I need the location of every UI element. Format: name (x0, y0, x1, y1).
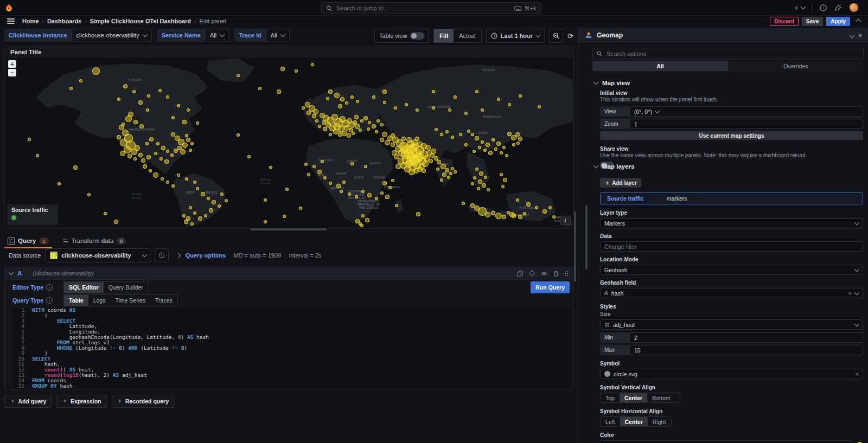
query-footer: ＋Add query ＋Expression ＋Recorded query (4, 395, 179, 408)
variable-value-dropdown[interactable]: All (205, 29, 229, 42)
global-search[interactable]: ⌘+k (321, 2, 541, 14)
use-current-map-settings-button[interactable]: Use current map settings (600, 131, 863, 140)
map-marker (503, 178, 507, 182)
zoom-out-time-button[interactable] (549, 29, 563, 43)
location-mode-select[interactable]: Geohash (600, 265, 863, 275)
toggle-switch[interactable] (410, 32, 424, 40)
add-layer-button[interactable]: ＋Add layer (600, 178, 641, 188)
clear-icon[interactable]: × (848, 290, 852, 297)
query-header[interactable]: A (clickhouse-observability) (5, 267, 573, 280)
recorded-query-button[interactable]: ＋Recorded query (112, 395, 174, 408)
grafana-logo[interactable] (4, 3, 14, 12)
query-builder-option[interactable]: Query Builder (104, 282, 148, 293)
valign-center-option[interactable]: Center (620, 393, 647, 402)
avatar[interactable] (850, 3, 858, 12)
zoom-in-button[interactable]: + (8, 60, 16, 68)
tab-overrides[interactable]: Overrides (728, 61, 864, 71)
tab-all[interactable]: All (592, 61, 728, 71)
query-type-group: Table Logs Time Series Traces (63, 294, 178, 306)
section-map-layers[interactable]: Map layers (594, 163, 634, 170)
legend-title: Source traffic (11, 207, 54, 213)
tab-transform-data[interactable]: Transform data 0 (60, 234, 130, 247)
datasource-help-button[interactable] (155, 248, 169, 262)
time-range-picker[interactable]: Last 1 hour (486, 29, 545, 43)
menu-icon[interactable] (7, 17, 15, 25)
panel-title[interactable]: Panel Title (5, 46, 574, 58)
size-field-select[interactable]: adj_heat (600, 319, 863, 330)
map-marker (500, 151, 503, 155)
options-search-input[interactable] (605, 50, 859, 57)
expression-button[interactable]: ＋Expression (56, 395, 106, 408)
news-icon[interactable] (834, 4, 841, 11)
breadcrumb-dashboard-title[interactable]: Simple ClickHouse OTel Dashboard (90, 18, 191, 24)
refresh-icon[interactable]: ⟳ (567, 32, 573, 40)
map-marker (166, 95, 169, 99)
map-canvas[interactable]: RUSSIACANADAUNITED STATESKAZAKHSTANMONGO… (5, 58, 573, 227)
zoom-input[interactable]: 1 (630, 119, 863, 129)
geomap-panel[interactable]: Panel Title (4, 46, 575, 229)
halign-right-option[interactable]: Right (648, 417, 671, 426)
help-icon[interactable]: ! (820, 4, 827, 11)
trash-icon[interactable] (553, 271, 559, 277)
layer-type-select[interactable]: Markers (600, 218, 863, 228)
symbol-select[interactable]: circle.svg × (600, 369, 863, 379)
valign-top-option[interactable]: Top (601, 393, 620, 402)
map-marker (508, 103, 511, 106)
add-query-button[interactable]: ＋Add query (4, 395, 52, 408)
halign-center-option[interactable]: Center (620, 417, 648, 426)
data-filter-select[interactable]: Change filter (600, 241, 863, 252)
actual-option[interactable]: Actual (454, 29, 481, 42)
save-button[interactable]: Save (802, 17, 823, 26)
map-attribution-info-button[interactable]: i (560, 216, 571, 225)
query-options-toggle[interactable]: Query options (186, 252, 226, 259)
datasource-picker[interactable]: clickhouse-observability (45, 248, 151, 262)
run-query-button[interactable]: Run Query (531, 281, 570, 293)
map-marker (416, 108, 419, 112)
map-marker (354, 115, 359, 119)
collapse-up-icon[interactable] (857, 17, 860, 25)
new-button[interactable]: ＋ (793, 3, 805, 12)
fill-option[interactable]: Fill (434, 29, 454, 42)
halign-left-option[interactable]: Left (601, 417, 620, 426)
drag-handle-icon[interactable] (565, 271, 569, 277)
scrollbar-thumb[interactable] (574, 211, 576, 282)
variable-value-dropdown[interactable]: All (266, 29, 290, 42)
section-map-view[interactable]: Map view (594, 80, 630, 86)
history-icon[interactable] (529, 271, 535, 277)
max-input[interactable]: 15 (630, 345, 863, 355)
tab-query[interactable]: Query 1 (4, 234, 52, 247)
breadcrumb-dashboards[interactable]: Dashboards (47, 18, 82, 24)
geohash-field-select[interactable]: A hash × (600, 288, 863, 298)
map-marker (395, 204, 398, 207)
discard-button[interactable]: Discard (770, 17, 799, 26)
table-option[interactable]: Table (64, 295, 88, 306)
time-series-option[interactable]: Time Series (110, 295, 150, 306)
info-icon[interactable]: i (46, 297, 53, 304)
variable-value-dropdown[interactable]: clickhouse-observability (72, 29, 152, 42)
chevron-right-icon[interactable] (176, 252, 180, 259)
visualization-picker[interactable]: Geomap » (578, 28, 868, 42)
layer-type-label: Layer type (600, 210, 863, 216)
zoom-out-button[interactable]: − (8, 69, 16, 76)
search-input[interactable] (335, 4, 511, 12)
collapse-pane-icon[interactable]: » (858, 31, 862, 39)
duplicate-icon[interactable] (517, 271, 523, 277)
apply-button[interactable]: Apply (826, 17, 850, 26)
logs-option[interactable]: Logs (88, 295, 111, 306)
color-select[interactable]: Fixed color (600, 440, 852, 443)
view-select[interactable]: (0°, 0°) (630, 106, 863, 117)
panel-resize-handle[interactable] (251, 228, 327, 230)
sql-editor[interactable]: 1WITH coords AS2 (3 SELECT4 Latitude,5 L… (12, 307, 570, 388)
breadcrumb-home[interactable]: Home (22, 18, 39, 24)
eye-icon[interactable] (541, 271, 547, 277)
info-icon[interactable]: i (46, 284, 53, 291)
sql-editor-option[interactable]: SQL Editor (64, 282, 104, 293)
scrollbar-thumb[interactable] (585, 205, 588, 269)
layer-row-source-traffic[interactable]: Source traffic markers (600, 192, 863, 204)
min-input[interactable]: 2 (630, 332, 863, 343)
table-view-toggle[interactable]: Table view (374, 29, 429, 43)
traces-option[interactable]: Traces (150, 295, 177, 306)
options-search[interactable] (592, 48, 864, 59)
valign-bottom-option[interactable]: Bottom (647, 393, 675, 402)
clear-icon[interactable]: × (856, 371, 859, 377)
